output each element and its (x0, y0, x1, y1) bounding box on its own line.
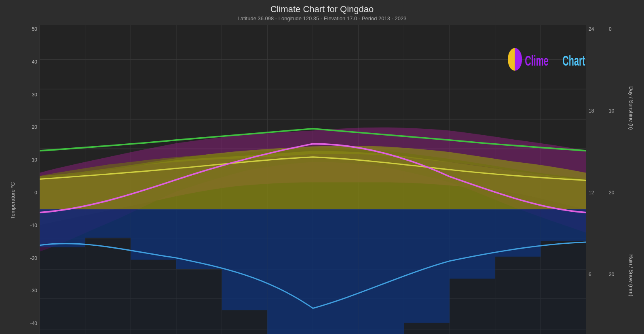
svg-text:Clime: Clime (525, 53, 549, 68)
svg-text:Chart.com: Chart.com (562, 53, 586, 68)
right-axes: 24 18 12 6 0 0 10 20 30 40 Day / Sunshin (586, 25, 636, 334)
y-axis-left: 50 40 30 20 10 0 -10 -20 -30 -40 -50 (17, 25, 40, 334)
chart-middle: Clime Chart.com Clime Chart.com Jan Feb … (40, 25, 586, 334)
main-chart-svg: Clime Chart.com Clime Chart.com (40, 25, 586, 334)
chart-title: Climate Chart for Qingdao (8, 4, 636, 15)
chart-area: Temperature °C 50 40 30 20 10 0 -10 -20 … (8, 25, 636, 334)
y-axis-rain: 0 10 20 30 40 (606, 25, 627, 334)
chart-subtitle: Latitude 36.098 - Longitude 120.35 - Ele… (8, 15, 636, 21)
y-axis-sunshine: 24 18 12 6 0 (586, 25, 606, 334)
chart-header: Climate Chart for Qingdao Latitude 36.09… (8, 4, 636, 21)
chart-svg-container: Clime Chart.com Clime Chart.com (40, 25, 586, 334)
svg-rect-39 (40, 209, 586, 334)
y-axis-left-label: Temperature °C (8, 25, 17, 334)
page-container: Climate Chart for Qingdao Latitude 36.09… (0, 0, 644, 334)
y-axis-rain-label: Rain / Snow (mm) (627, 192, 636, 334)
right-axis-labels: Day / Sunshine (h) Rain / Snow (mm) (627, 25, 636, 334)
y-axis-sunshine-label: Day / Sunshine (h) (627, 25, 636, 192)
